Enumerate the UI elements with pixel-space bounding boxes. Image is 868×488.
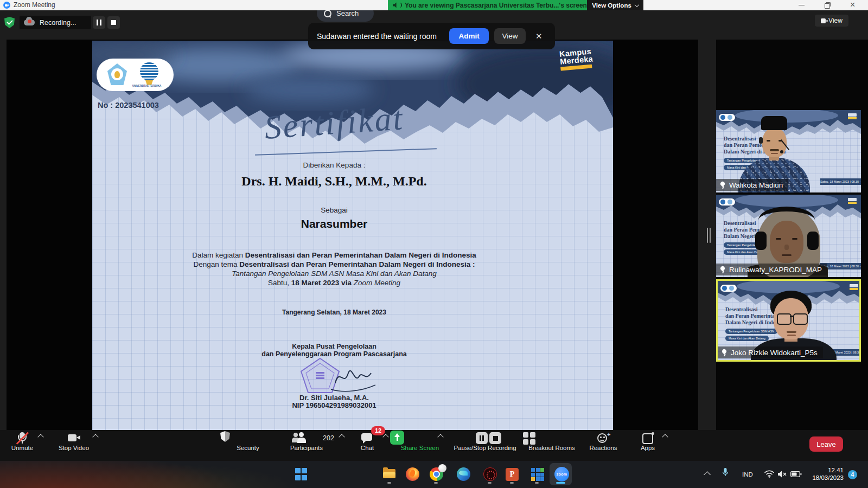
edge-icon[interactable] <box>457 467 470 481</box>
waiting-room-message: Sudarwan entered the waiting room <box>317 32 437 41</box>
leave-button[interactable]: Leave <box>809 436 843 452</box>
volume-muted-icon[interactable] <box>777 470 788 478</box>
kampus-merdeka-mini-logo <box>848 113 857 117</box>
universitas-terbuka-label: UNIVERSITAS TERBUKA <box>132 85 166 87</box>
zoom-taskbar-icon[interactable]: zoom <box>554 467 569 481</box>
stop-recording-button[interactable] <box>107 16 120 29</box>
window-title-bar: Zoom Meeting You are viewing Pascasarjan… <box>0 0 868 10</box>
breakout-rooms-button[interactable]: Breakout Rooms <box>522 430 582 461</box>
glasses-bridge <box>790 316 793 317</box>
background-badge-2: Masa Kini dan Akan Datang <box>725 336 769 341</box>
video-tile-walikota-madiun[interactable]: Desentralisasi dan Peran Pemerintahan Da… <box>716 110 861 192</box>
language-indicator[interactable]: IND <box>739 468 756 481</box>
admit-button[interactable]: Admit <box>449 28 489 44</box>
stamp-and-signature <box>288 357 385 396</box>
close-icon[interactable]: ✕ <box>535 32 542 40</box>
chat-button[interactable]: Chat <box>337 430 397 461</box>
share-screen-icon <box>390 431 404 445</box>
running-indicator <box>434 482 438 484</box>
person-mouth <box>787 335 796 336</box>
person-mustache <box>770 149 779 151</box>
screen-share-banner: You are viewing Pascasarjana Universitas… <box>388 0 587 10</box>
person-mouth <box>771 153 778 154</box>
meeting-toolbar: Unmute Stop Video Security 202 Participa… <box>0 430 868 461</box>
participants-count: 202 <box>323 434 334 442</box>
window-title: Zoom Meeting <box>14 0 55 10</box>
restore-button[interactable] <box>819 0 836 10</box>
panel-resize-handle[interactable] <box>707 228 708 243</box>
security-button[interactable]: Security <box>218 430 278 461</box>
participant-name-tag: Joko Rizkie Widokarti_P5s <box>718 346 823 358</box>
recording-cloud-icon <box>24 20 35 25</box>
signer-name: Dr. Siti Julaeha, M.A. <box>92 394 576 402</box>
description-line-4: Sabtu, 18 Maret 2023 via Zoom Meeting <box>92 278 576 287</box>
firefox-icon[interactable] <box>406 467 419 481</box>
zoom-active-indicator <box>556 482 565 484</box>
pin-icon <box>722 349 727 356</box>
video-tile-joko-active-speaker[interactable]: Desentralisasi dan Peran Pemerintahan Da… <box>716 279 861 362</box>
signer-nip: NIP 196504291989032001 <box>92 401 576 409</box>
headset-mic <box>780 150 783 153</box>
start-button[interactable] <box>295 468 308 481</box>
given-to-label: Diberikan Kepada : <box>92 161 576 169</box>
certificate-description: Dalam kegiatan Desentralisasi dan Peran … <box>92 251 576 287</box>
close-button[interactable] <box>845 0 863 10</box>
pause-recording-button[interactable] <box>93 16 105 29</box>
description-line-3: Tantangan Pengelolaan SDM ASN Masa Kini … <box>92 269 576 278</box>
kampus-merdeka-logo: Kampus Merdeka <box>559 48 594 70</box>
place-date: Tangerang Selatan, 18 Maret 2023 <box>92 309 576 316</box>
camera-icon <box>67 432 81 444</box>
chevron-down-icon <box>635 2 639 7</box>
certificate-logo-pill: UNIVERSITAS TERBUKA <box>97 59 174 91</box>
recipient-role: Narasumber <box>92 217 576 230</box>
breakout-rooms-icon <box>523 432 537 444</box>
description-line-2: Dengan tema Desentralisasi dan Peran Pem… <box>92 260 576 269</box>
microphone-muted-icon <box>15 432 29 444</box>
recording-label: Recording... <box>40 19 76 27</box>
background-badge-1: Tantangan Pengelolaan SDM ASN <box>725 329 777 334</box>
universitas-terbuka-logo <box>140 62 158 81</box>
tiles-app-icon[interactable] <box>531 468 544 481</box>
notification-count-badge[interactable]: 4 <box>848 470 857 479</box>
apps-icon <box>641 432 655 444</box>
view-options-button[interactable]: View Options <box>587 0 643 10</box>
file-explorer-icon[interactable] <box>383 467 396 480</box>
participants-button[interactable]: 202 Participants <box>277 430 336 461</box>
panel-divider <box>698 40 716 430</box>
headphone-cup-right <box>807 232 819 250</box>
view-waiting-button[interactable]: View <box>494 28 526 44</box>
person-mouth <box>782 254 792 256</box>
participant-name-tag: Rulinawaty_KAPRODI_MAP <box>716 264 827 275</box>
pause-stop-recording-icons <box>482 432 496 444</box>
background-ribbon: Sabtu, 18 Maret 2023 | 08.30 - 12.00 WIB <box>820 178 861 185</box>
tray-microphone-icon[interactable] <box>722 467 729 477</box>
certificate-number: No : 2023541003 <box>98 101 159 110</box>
speaker-wave-icon <box>399 3 402 8</box>
powerpoint-icon[interactable] <box>506 468 519 481</box>
recorder-app-icon[interactable] <box>483 467 497 481</box>
video-tile-rulinawaty[interactable]: Desentralisasi dan Peran Pemerintahan Da… <box>716 195 861 277</box>
running-indicator <box>488 482 492 484</box>
minimize-button[interactable] <box>793 0 810 10</box>
waiting-room-notification: Sudarwan entered the waiting room Admit … <box>308 23 555 49</box>
shared-screen-stage: UNIVERSITAS TERBUKA Kampus Merdeka No : … <box>7 40 698 430</box>
recording-indicator: Recording... <box>20 16 91 29</box>
running-indicator <box>510 482 514 484</box>
panel-resize-handle-2[interactable] <box>710 228 711 243</box>
search-icon <box>324 10 331 17</box>
certificate-document: UNIVERSITAS TERBUKA Kampus Merdeka No : … <box>92 41 613 430</box>
kampus-merdeka-mini-logo <box>848 198 857 201</box>
person-mustache <box>787 331 796 333</box>
pause-stop-recording-button[interactable]: Pause/Stop Recording <box>455 430 515 461</box>
logo-pill <box>719 198 735 206</box>
headphone-band <box>758 207 815 234</box>
gallery-view-button[interactable]: View <box>815 15 848 27</box>
avatar-overlay-icon <box>438 464 446 472</box>
taskbar-clock[interactable]: 12.41 18/03/2023 <box>789 467 844 481</box>
description-line-1: Dalam kegiatan Desentralisasi dan Peran … <box>92 251 576 260</box>
logo-pill <box>720 285 737 292</box>
headphone-cup-left <box>755 232 767 250</box>
view-layout-icon <box>821 18 826 23</box>
wifi-icon[interactable] <box>764 470 775 478</box>
apps-button[interactable]: Apps <box>618 430 678 461</box>
